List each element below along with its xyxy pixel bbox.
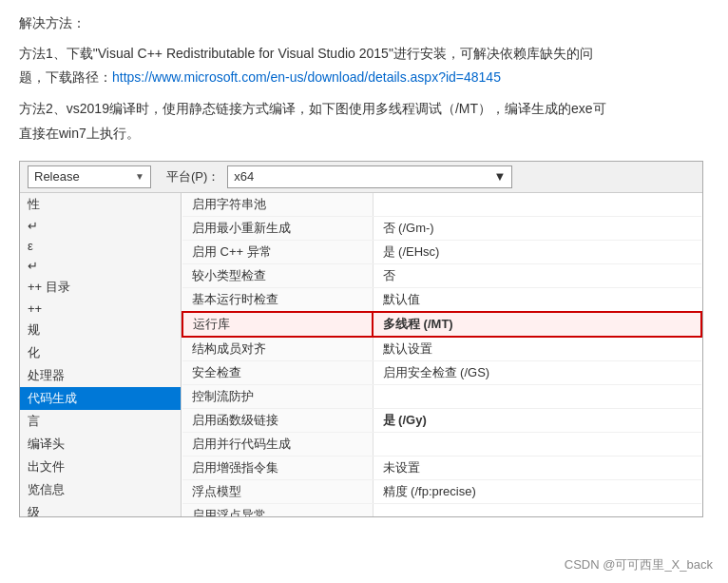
table-row[interactable]: 控制流防护 (182, 384, 701, 408)
left-item-1[interactable]: ↵ (20, 216, 181, 236)
vs-right-panel: 启用字符串池启用最小重新生成否 (/Gm-)启用 C++ 异常是 (/EHsc)… (182, 193, 702, 516)
property-key: 启用函数级链接 (182, 408, 373, 432)
left-item-6[interactable]: 规 (20, 319, 181, 341)
platform-arrow: ▼ (493, 169, 506, 184)
vs-left-panel: 性 ↵ ε ↵ ++ 目录 ++ 规 化 处理器 代码生成 言 编译头 出文件 … (20, 193, 182, 516)
property-key: 结构成员对齐 (182, 337, 373, 361)
table-row[interactable]: 安全检查启用安全检查 (/GS) (182, 360, 701, 384)
platform-prefix-label: 平台(P)： (166, 168, 220, 185)
table-row[interactable]: 浮点模型精度 (/fp:precise) (182, 479, 701, 503)
table-row[interactable]: 启用 C++ 异常是 (/EHsc) (182, 240, 701, 263)
property-value: 精度 (/fp:precise) (373, 479, 701, 503)
table-row[interactable]: 启用函数级链接是 (/Gy) (182, 408, 701, 432)
property-key: 启用字符串池 (182, 193, 373, 217)
left-item-0[interactable]: 性 (20, 193, 181, 216)
main-container: 解决方法： 方法1、下载"Visual C++ Redistributable … (0, 0, 728, 583)
property-value (373, 503, 701, 516)
table-row[interactable]: 启用字符串池 (182, 193, 701, 217)
method1-link[interactable]: https://www.microsoft.com/en-us/download… (112, 69, 501, 85)
table-row[interactable]: 启用最小重新生成否 (/Gm-) (182, 216, 701, 240)
property-key: 控制流防护 (182, 384, 373, 408)
left-item-2[interactable]: ε (20, 236, 181, 256)
table-row[interactable]: 较小类型检查否 (182, 263, 701, 287)
property-key: 启用最小重新生成 (182, 216, 373, 240)
property-value: 多线程 (/MT) (373, 312, 701, 337)
left-item-12[interactable]: 出文件 (20, 456, 181, 478)
property-value: 默认值 (373, 287, 701, 312)
property-key: 较小类型检查 (182, 263, 373, 287)
property-value: 否 (373, 263, 701, 287)
table-row[interactable]: 基本运行时检查默认值 (182, 287, 701, 312)
config-arrow: ▼ (135, 171, 144, 182)
vs-toolbar: Release ▼ 平台(P)： x64 ▼ (20, 162, 702, 193)
table-row[interactable]: 启用增强指令集未设置 (182, 456, 701, 479)
left-item-14[interactable]: 级 (20, 501, 181, 516)
property-value: 是 (/EHsc) (373, 240, 701, 263)
left-item-5[interactable]: ++ (20, 299, 181, 319)
left-item-8[interactable]: 处理器 (20, 364, 181, 387)
method2-line2: 直接在win7上执行。 (19, 126, 140, 141)
method2-line1: 方法2、vs2019编译时，使用静态链接方式编译，如下图使用多线程调试（/MT）… (19, 101, 606, 116)
left-item-4[interactable]: ++ 目录 (20, 276, 181, 299)
method2-block: 方法2、vs2019编译时，使用静态链接方式编译，如下图使用多线程调试（/MT）… (19, 97, 709, 145)
property-value (373, 193, 701, 217)
property-value (373, 384, 701, 408)
property-key: 浮点模型 (182, 479, 373, 503)
solution-title: 解决方法： (19, 15, 709, 32)
left-item-codegen[interactable]: 代码生成 (20, 387, 181, 410)
method1-text-line1: 方法1、下载"Visual C++ Redistributable for Vi… (19, 46, 593, 61)
method1-block: 方法1、下载"Visual C++ Redistributable for Vi… (19, 42, 709, 89)
property-key: 启用并行代码生成 (182, 432, 373, 456)
config-dropdown[interactable]: Release ▼ (28, 165, 151, 188)
left-item-7[interactable]: 化 (20, 341, 181, 364)
property-key: 启用增强指令集 (182, 456, 373, 479)
property-value: 未设置 (373, 456, 701, 479)
vs-dialog: Release ▼ 平台(P)： x64 ▼ 性 ↵ ε ↵ ++ 目录 ++ … (19, 161, 703, 517)
property-key: 安全检查 (182, 360, 373, 384)
table-row[interactable]: 结构成员对齐默认设置 (182, 337, 701, 361)
left-item-11[interactable]: 编译头 (20, 433, 181, 456)
left-item-3[interactable]: ↵ (20, 256, 181, 276)
config-label: Release (34, 169, 80, 184)
table-row[interactable]: 启用浮点异常 (182, 503, 701, 516)
method1-text-line2: 题，下载路径： (19, 69, 112, 85)
platform-dropdown[interactable]: x64 ▼ (227, 165, 512, 188)
left-item-10[interactable]: 言 (20, 410, 181, 433)
properties-table: 启用字符串池启用最小重新生成否 (/Gm-)启用 C++ 异常是 (/EHsc)… (182, 193, 702, 516)
property-key: 基本运行时检查 (182, 287, 373, 312)
property-value (373, 432, 701, 456)
table-row[interactable]: 启用并行代码生成 (182, 432, 701, 456)
property-key: 启用 C++ 异常 (182, 240, 373, 263)
property-value: 启用安全检查 (/GS) (373, 360, 701, 384)
vs-content: 性 ↵ ε ↵ ++ 目录 ++ 规 化 处理器 代码生成 言 编译头 出文件 … (20, 193, 702, 516)
left-item-13[interactable]: 览信息 (20, 478, 181, 501)
property-key: 运行库 (182, 312, 373, 337)
platform-label: x64 (234, 169, 254, 184)
watermark: CSDN @可可西里_X_back (565, 556, 713, 573)
property-value: 是 (/Gy) (373, 408, 701, 432)
property-value: 默认设置 (373, 337, 701, 361)
table-row[interactable]: 运行库多线程 (/MT) (182, 312, 701, 337)
property-key: 启用浮点异常 (182, 503, 373, 516)
property-value: 否 (/Gm-) (373, 216, 701, 240)
